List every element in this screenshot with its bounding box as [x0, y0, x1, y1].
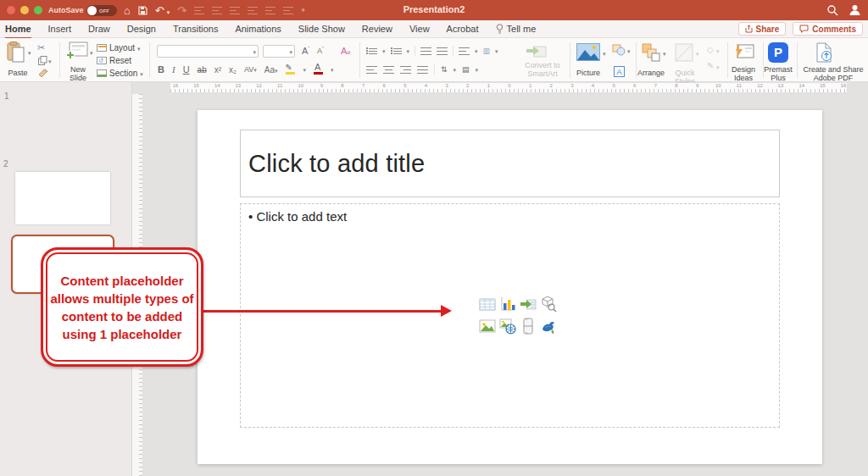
columns-icon[interactable]: ▥	[483, 47, 491, 55]
ruler-number: 5	[612, 83, 615, 88]
account-avatar-icon[interactable]	[849, 3, 861, 16]
font-size-combobox[interactable]	[263, 45, 295, 58]
tab-slide-show[interactable]: Slide Show	[298, 21, 345, 37]
increase-indent-icon[interactable]	[437, 47, 448, 55]
text-box-button[interactable]: A	[614, 66, 625, 77]
reset-button[interactable]: ↺ Reset	[97, 56, 131, 65]
copy-dropdown-caret[interactable]	[48, 57, 52, 65]
highlight-dropdown-caret[interactable]	[303, 65, 307, 74]
cut-icon[interactable]: ✂	[37, 42, 45, 53]
justify-icon[interactable]	[417, 66, 428, 74]
design-ideas-button[interactable]	[734, 43, 754, 60]
subscript-button[interactable]: x₂	[229, 65, 236, 75]
section-button[interactable]: Section	[97, 69, 143, 78]
create-share-adobe-pdf-button[interactable]	[815, 42, 832, 63]
text-highlight-button[interactable]: ✎	[286, 64, 296, 75]
slide-1-thumbnail[interactable]	[15, 172, 110, 224]
insert-3d-model-icon[interactable]	[540, 296, 557, 313]
convert-smartart-button: Convert to SmartArt	[520, 43, 565, 79]
shapes-dropdown-caret[interactable]	[627, 47, 631, 55]
section-icon	[97, 69, 107, 77]
paste-dropdown-caret[interactable]	[28, 48, 31, 57]
tab-insert[interactable]: Insert	[48, 21, 72, 37]
insert-smartart-icon[interactable]	[520, 296, 537, 313]
share-button[interactable]: Share	[738, 22, 787, 36]
ruler-number: 8	[341, 83, 343, 88]
arrange-icon	[642, 43, 660, 62]
insert-online-pictures-icon[interactable]	[499, 318, 516, 335]
ruler-number: 10	[715, 83, 721, 88]
tab-draw[interactable]: Draw	[88, 21, 110, 37]
align-text-icon[interactable]: ▤	[462, 65, 470, 74]
content-placeholder[interactable]: • Click to add text	[240, 203, 780, 428]
strikethrough-button[interactable]: ab	[198, 65, 207, 75]
character-spacing-button[interactable]: AV	[244, 65, 257, 74]
ruler-number: 4	[592, 83, 594, 88]
horizontal-ruler: 1615141312111098765432101234567891011121…	[170, 83, 848, 93]
paste-button[interactable]	[7, 42, 25, 64]
tab-design[interactable]: Design	[127, 21, 156, 37]
arrange-button[interactable]	[642, 43, 660, 62]
ruler-number: 13	[778, 83, 784, 88]
arrange-dropdown-caret[interactable]	[663, 49, 666, 58]
font-color-dropdown-caret[interactable]	[331, 65, 334, 74]
insert-icons-icon[interactable]	[540, 318, 557, 335]
superscript-button[interactable]: x²	[214, 65, 221, 75]
ruler-number: 2	[550, 83, 553, 88]
tab-view[interactable]: View	[409, 21, 430, 37]
insert-table-icon[interactable]	[479, 296, 496, 313]
tab-transitions[interactable]: Transitions	[173, 21, 218, 37]
increase-font-size-button[interactable]: Aˆ	[302, 46, 309, 56]
annotation-callout: Content placeholder allows multiple type…	[41, 247, 203, 367]
ribbon: Paste ✂ New Slide Layout ↺ R	[0, 38, 868, 82]
ruler-number: 11	[737, 83, 742, 88]
tab-home[interactable]: Home	[5, 21, 31, 37]
ruler-number: 14	[214, 83, 220, 88]
layout-icon	[97, 44, 107, 52]
insert-chart-icon[interactable]	[499, 296, 516, 313]
tab-tell-me[interactable]: Tell me	[496, 21, 537, 37]
annotation-arrow-line	[203, 310, 442, 313]
align-center-icon[interactable]	[383, 66, 394, 74]
underline-button[interactable]: U	[183, 64, 190, 75]
align-right-icon[interactable]	[400, 66, 411, 74]
numbered-list-icon[interactable]	[391, 47, 402, 55]
decrease-font-size-button[interactable]: Aˇ	[317, 46, 324, 55]
premast-plus-label: Premast Plus	[761, 65, 795, 83]
ruler-number: 11	[277, 83, 282, 88]
ruler-number: 6	[633, 83, 636, 88]
premast-plus-icon[interactable]: P	[768, 42, 788, 63]
ruler-number: 10	[298, 83, 303, 88]
ruler-number: 16	[841, 83, 847, 88]
title-placeholder[interactable]: Click to add title	[240, 130, 780, 197]
new-slide-dropdown-caret[interactable]	[90, 48, 93, 57]
line-spacing-icon[interactable]	[459, 47, 470, 55]
italic-button[interactable]: I	[172, 64, 175, 75]
ruler-number: 9	[320, 83, 323, 88]
insert-video-icon[interactable]	[520, 318, 537, 335]
font-color-button[interactable]: A	[314, 64, 323, 75]
picture-button[interactable]	[576, 43, 600, 61]
tab-review[interactable]: Review	[362, 21, 392, 37]
clear-formatting-button[interactable]: A⌀	[341, 46, 351, 56]
change-case-button[interactable]: Aa	[264, 65, 278, 75]
align-left-icon[interactable]	[366, 66, 377, 74]
text-direction-icon[interactable]: ⇅	[441, 65, 448, 74]
tab-acrobat[interactable]: Acrobat	[447, 21, 479, 37]
picture-dropdown-caret[interactable]	[603, 49, 606, 58]
bullet-list-icon[interactable]	[366, 47, 377, 55]
layout-button[interactable]: Layout	[97, 43, 141, 53]
font-name-combobox[interactable]	[157, 45, 259, 58]
search-icon[interactable]	[826, 4, 838, 16]
shapes-icon[interactable]	[612, 44, 626, 56]
slide-editing-area[interactable]: Click to add title • Click to add text	[198, 110, 822, 464]
insert-picture-icon[interactable]	[479, 318, 496, 335]
format-painter-icon[interactable]	[38, 69, 48, 79]
new-slide-button[interactable]	[66, 42, 88, 60]
comments-button[interactable]: Comments	[793, 22, 863, 36]
decrease-indent-icon[interactable]	[420, 47, 431, 55]
tab-animations[interactable]: Animations	[235, 21, 281, 37]
bold-button[interactable]: B	[158, 64, 164, 75]
copy-icon[interactable]	[38, 56, 47, 65]
ruler-number: 0	[508, 83, 510, 88]
